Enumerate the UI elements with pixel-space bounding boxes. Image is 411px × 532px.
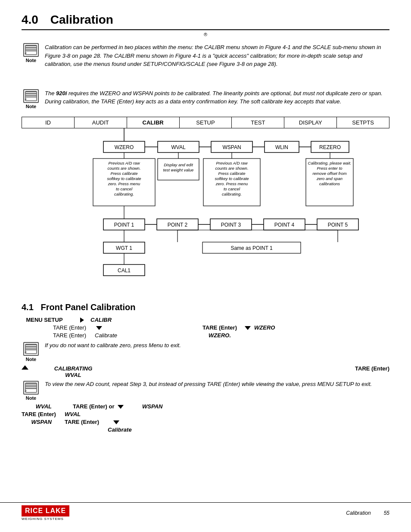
svg-text:counts are shown.: counts are shown. <box>107 166 140 171</box>
step1-result: CALIBR <box>90 317 168 323</box>
note2-product: 920i <box>56 90 68 96</box>
svg-text:softkey to calibrate: softkey to calibrate <box>215 176 249 181</box>
step2-result-arrow <box>241 324 254 331</box>
step2-label: TARE (Enter) <box>22 324 90 331</box>
step2-result-label: TARE (Enter) <box>185 324 241 331</box>
step5-label: WSPAN <box>22 419 56 425</box>
page-footer: RICE LAKE WEIGHING SYSTEMS Calibration 5… <box>0 502 411 523</box>
svg-text:to cancel: to cancel <box>116 187 133 191</box>
menu-bar: ID AUDIT CALIBR SETUP TEST DISPLAY SETPT… <box>22 117 389 128</box>
note-image-1 <box>23 43 39 57</box>
svg-text:WZERO: WZERO <box>115 144 134 150</box>
step5b-result: Calibrate <box>108 426 132 433</box>
footer-right: Calibration 55 <box>346 510 389 516</box>
svg-text:calibrations: calibrations <box>319 181 340 186</box>
step5-arrow2 <box>108 419 125 425</box>
note-3-text: If you do not want to calibrate zero, pr… <box>45 342 181 348</box>
note-image-4 <box>23 381 39 395</box>
step2-arrow <box>90 324 108 331</box>
step-3: CALIBRATING WVAL TARE (Enter) <box>22 365 389 378</box>
step4b-sub: WVAL <box>60 411 121 417</box>
step1-arrow <box>73 317 90 323</box>
svg-text:POINT 5: POINT 5 <box>328 222 348 228</box>
step2b-label: TARE (Enter) <box>22 332 90 339</box>
svg-text:zero and span: zero and span <box>316 176 342 181</box>
arrow-down-icon-2 <box>245 326 251 330</box>
svg-rect-5 <box>25 91 37 101</box>
note-1: Note Calibration can be performed in two… <box>22 43 389 68</box>
step4a-label: WVAL <box>22 403 56 410</box>
footer-page-num: 55 <box>384 510 389 516</box>
svg-text:Previous A/D raw: Previous A/D raw <box>108 161 140 165</box>
menu-item-setup: SETUP <box>180 117 232 128</box>
step3-result: TARE (Enter) <box>355 365 389 372</box>
svg-text:CAL1: CAL1 <box>118 268 131 274</box>
svg-text:REZERO: REZERO <box>319 144 341 150</box>
svg-text:Press calibrate: Press calibrate <box>111 171 138 176</box>
note-icon-4: Note <box>22 381 40 401</box>
step4b-label: TARE (Enter) <box>22 411 60 417</box>
footer-logo: RICE LAKE WEIGHING SYSTEMS <box>22 505 69 521</box>
menu-item-id: ID <box>22 117 75 128</box>
page-title: 4.0 Calibration <box>22 13 389 30</box>
step-2b: TARE (Enter) Calibrate WZERO. <box>22 332 389 339</box>
svg-text:zero. Press menu: zero. Press menu <box>215 181 248 186</box>
svg-rect-80 <box>25 344 37 354</box>
svg-text:softkey to calibrate: softkey to calibrate <box>107 176 141 181</box>
step-4b: TARE (Enter) WVAL <box>22 411 389 417</box>
step-4a: WVAL TARE (Enter) or WSPAN <box>22 403 389 410</box>
svg-text:counts are shown.: counts are shown. <box>215 166 248 171</box>
step3-label: CALIBRATING WVAL <box>34 365 112 378</box>
svg-rect-85 <box>25 383 37 392</box>
note-2-text: The 920i requires the WZERO and WSPAN po… <box>45 89 389 106</box>
svg-rect-0 <box>25 45 37 55</box>
menu-item-audit: AUDIT <box>75 117 127 128</box>
note-image-3 <box>23 342 39 356</box>
step-1: MENU SETUP CALIBR <box>22 317 389 323</box>
step2-result: WZERO <box>254 324 275 331</box>
svg-text:Previous A/D raw: Previous A/D raw <box>216 161 248 165</box>
triangle-up-icon <box>22 365 28 370</box>
arrow-down-icon-3 <box>118 405 124 409</box>
trademark-line: ® <box>22 32 389 37</box>
svg-text:to cancel: to cancel <box>224 187 240 191</box>
note-icon-2: Note <box>22 89 40 109</box>
note-4-text: To view the new AD count, repeat Step 3,… <box>45 381 372 387</box>
svg-text:WGT 1: WGT 1 <box>116 245 132 251</box>
flow-diagram-svg: WZERO WVAL WSPAN WLIN REZERO Previous A/… <box>22 128 389 292</box>
note-image-2 <box>23 89 39 103</box>
svg-text:WSPAN: WSPAN <box>222 144 241 150</box>
arrow-right-icon <box>80 317 84 323</box>
step1-label: MENU SETUP <box>22 317 73 323</box>
svg-text:calibrating.: calibrating. <box>114 192 134 196</box>
svg-text:POINT 4: POINT 4 <box>274 222 295 228</box>
svg-text:WLIN: WLIN <box>275 144 288 150</box>
svg-text:Calibrating, please wait.: Calibrating, please wait. <box>308 161 352 165</box>
menu-item-setpts: SETPTS <box>337 117 389 128</box>
footer-label: Calibration <box>346 510 371 516</box>
svg-text:calibrating.: calibrating. <box>222 192 242 196</box>
note-4: Note To view the new AD count, repeat St… <box>22 381 389 401</box>
step-5b: Calibrate <box>22 426 389 433</box>
svg-text:Same as POINT 1: Same as POINT 1 <box>230 245 272 251</box>
svg-text:remove offset from: remove offset from <box>312 171 346 176</box>
section-41-title: 4.1 Front Panel Calibration <box>22 302 389 312</box>
calibration-diagram: ID AUDIT CALIBR SETUP TEST DISPLAY SETPT… <box>22 117 389 292</box>
svg-text:WVAL: WVAL <box>171 144 185 150</box>
step5-arrow: TARE (Enter) <box>56 419 108 425</box>
svg-text:Press calibrate: Press calibrate <box>218 171 246 176</box>
svg-text:POINT 2: POINT 2 <box>168 222 188 228</box>
note-2: Note The 920i requires the WZERO and WSP… <box>22 89 389 109</box>
svg-text:test weight value: test weight value <box>163 168 194 172</box>
step4a-arrow: TARE (Enter) or <box>56 403 142 410</box>
arrow-down-icon-4 <box>113 420 119 424</box>
arrow-down-icon <box>96 326 102 330</box>
step2b-calibrate: Calibrate <box>90 332 177 339</box>
svg-text:POINT 1: POINT 1 <box>114 222 134 228</box>
logo-text: RICE LAKE <box>22 505 69 516</box>
note-1-text: Calibration can be performed in two plac… <box>45 43 389 68</box>
menu-item-calibr: CALIBR <box>127 117 180 128</box>
note-icon-1: Note <box>22 43 40 63</box>
note-3: Note If you do not want to calibrate zer… <box>22 342 389 362</box>
menu-item-display: DISPLAY <box>284 117 337 128</box>
